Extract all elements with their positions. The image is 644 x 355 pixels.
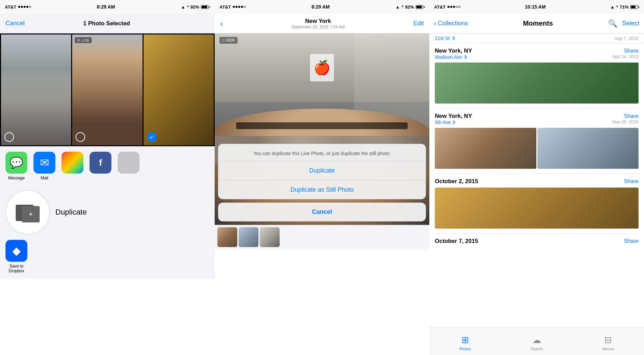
moment-3-location: October 2, 2015	[435, 178, 478, 185]
dropbox-action[interactable]: ◆ Save toDropbox	[5, 240, 27, 273]
select-circle-3[interactable]: ✓	[147, 132, 157, 142]
moment-1-sublocation[interactable]: Madison Ave	[435, 54, 472, 60]
moment-1-photos	[435, 63, 639, 104]
dialog-box: You can duplicate this Live Photo, or ju…	[218, 144, 426, 199]
duplicate-still-button[interactable]: Duplicate as Still Photo	[218, 180, 426, 199]
cancel-button[interactable]: Cancel	[5, 20, 25, 27]
moment-2: New York, NY 5th Ave Share Sep 25, 2015	[429, 109, 644, 169]
edit-button[interactable]: Edit	[413, 20, 424, 27]
moment-4-header: October 7, 2015 Share	[435, 238, 639, 245]
moment-3-share[interactable]: Share	[624, 178, 639, 185]
dropbox-icon: ◆	[5, 240, 27, 262]
time-3: 10:15 AM	[525, 4, 546, 10]
clipped-location: 21st St	[435, 36, 454, 41]
hdr-badge: □ HDR	[219, 37, 238, 44]
moment-2-right: Share Sep 25, 2015	[612, 113, 639, 124]
glasses	[236, 122, 408, 129]
battery-pct-3: 71%	[620, 4, 629, 10]
location-icon-1: ▲	[181, 4, 185, 10]
back-button-2[interactable]: ‹	[220, 19, 223, 28]
location-icon-3: ▲	[610, 4, 615, 10]
tab-photos[interactable]: ⊞ Photos	[429, 332, 501, 351]
app-photos-share[interactable]	[62, 152, 83, 180]
photo-bg-2	[72, 35, 142, 145]
status-left-1: AT&T	[5, 4, 31, 10]
app-facebook[interactable]: f	[90, 152, 111, 180]
facebook-icon: f	[90, 152, 111, 174]
phone-panel-1: AT&T 8:29 AM ▲ * 92% Cancel 1 Photo Sele…	[0, 0, 215, 355]
carrier-3: AT&T	[434, 4, 446, 10]
search-button[interactable]: 🔍	[608, 19, 617, 28]
battery-icon-1	[201, 5, 210, 9]
moment-2-location: New York, NY	[435, 113, 472, 120]
collections-label: Collections	[438, 20, 468, 27]
hdr-icon: □	[222, 38, 225, 43]
chevron-left-icon: ‹	[434, 19, 437, 27]
dialog-message: You can duplicate this Live Photo, or ju…	[218, 144, 426, 161]
apple-logo: 🍎	[310, 54, 334, 81]
moment-2-location-wrap: New York, NY 5th Ave	[435, 113, 472, 125]
moment-photo-gold[interactable]	[435, 188, 639, 229]
photos-tab-icon: ⊞	[461, 335, 469, 345]
carrier-2: AT&T	[219, 4, 231, 10]
moment-4: October 7, 2015 Share	[429, 234, 644, 245]
status-left-3: AT&T	[434, 4, 460, 10]
moment-2-header: New York, NY 5th Ave Share Sep 25, 2015	[435, 113, 639, 125]
duplicate-button[interactable]: Duplicate	[218, 161, 426, 180]
photo-thumb-2[interactable]: ◎ LIVE	[72, 35, 142, 145]
phone-panel-3: AT&T 10:15 AM ▲ * 71% ‹ Collections Mome…	[429, 0, 644, 355]
duplicate-circle[interactable]: +	[5, 190, 50, 234]
cancel-button-2[interactable]: Cancel	[218, 203, 426, 221]
clipped-moment-header: 21st St Sep 7, 2015	[429, 33, 644, 43]
tab-shared[interactable]: ☁ Shared	[501, 332, 572, 351]
moment-2-photos	[435, 128, 639, 169]
moment-3-header: October 2, 2015 Share	[435, 178, 639, 185]
clipped-date: Sep 7, 2015	[615, 36, 639, 41]
select-button[interactable]: Select	[622, 20, 639, 27]
dup-card-front: +	[22, 206, 40, 222]
status-right-2: ▲ * 92%	[395, 4, 425, 10]
moment-photo-woman[interactable]	[435, 63, 639, 104]
moments-list: 21st St Sep 7, 2015 New York, NY Madison…	[429, 33, 644, 334]
select-circle-1[interactable]	[4, 132, 14, 142]
moment-photo-face1[interactable]	[435, 128, 536, 169]
panel2-title-wrap: New York September 25, 2015 7:24 AM	[291, 18, 345, 29]
hdr-text: HDR	[226, 38, 235, 43]
moment-3-photos	[435, 188, 639, 229]
status-bar-1: AT&T 8:29 AM ▲ * 92%	[0, 0, 215, 14]
collections-back-button[interactable]: ‹ Collections	[434, 19, 468, 27]
status-right-3: ▲ * 71%	[610, 4, 639, 10]
full-photo[interactable]: 🍎 □ HDR You can duplicate this Live Phot…	[215, 33, 429, 225]
moment-1-share[interactable]: Share	[612, 48, 639, 54]
battery-pct-2: 92%	[405, 4, 414, 10]
moment-2-date: Sep 25, 2015	[612, 119, 639, 124]
duplicate-label: Duplicate	[55, 208, 87, 217]
contact-thumb-3[interactable]	[260, 227, 280, 247]
tab-bar: ⊞ Photos ☁ Shared ⊟ Albums	[429, 328, 644, 355]
app-mail[interactable]: ✉ Mail	[33, 152, 55, 180]
contact-thumb-1[interactable]	[217, 227, 237, 247]
photo-thumb-3[interactable]: ✓	[144, 35, 214, 145]
tab-albums[interactable]: ⊟ Albums	[573, 332, 644, 351]
photo-thumb-1[interactable]	[1, 35, 71, 145]
moment-4-share[interactable]: Share	[624, 238, 639, 244]
moment-2-share[interactable]: Share	[612, 113, 639, 119]
carrier-1: AT&T	[5, 4, 16, 10]
moment-1-location-wrap: New York, NY Madison Ave	[435, 47, 472, 60]
panel1-title: 1 Photo Selected	[83, 20, 130, 27]
status-right-1: ▲ * 92%	[181, 4, 210, 10]
battery-icon-3	[630, 5, 639, 9]
moment-2-sublocation[interactable]: 5th Ave	[435, 120, 472, 125]
moment-1-chevron	[463, 55, 467, 59]
moment-1-header: New York, NY Madison Ave Share Sep 24, 2…	[435, 47, 639, 60]
status-bar-3: AT&T 10:15 AM ▲ * 71%	[429, 0, 644, 14]
contact-thumb-2[interactable]	[239, 227, 258, 247]
app-message[interactable]: 💬 Message	[5, 152, 27, 180]
panel1-navbar: Cancel 1 Photo Selected	[0, 14, 215, 33]
photo-grid: ◎ LIVE ✓	[0, 33, 215, 146]
moment-photo-face2[interactable]	[537, 128, 639, 169]
action-row: ◆ Save toDropbox	[5, 237, 209, 273]
dup-plus-icon: +	[29, 210, 33, 219]
signal-3	[447, 6, 460, 8]
time-2: 8:29 AM	[311, 4, 330, 10]
